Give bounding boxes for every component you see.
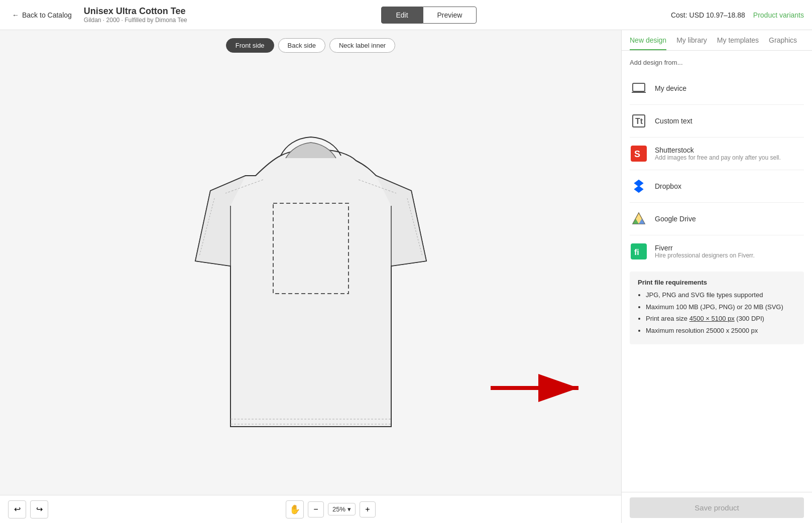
rp-tab-my-templates[interactable]: My templates bbox=[717, 36, 759, 50]
topbar-center: Edit Preview bbox=[187, 7, 671, 24]
back-label: Back to Catalog bbox=[22, 11, 72, 19]
svg-text:Tt: Tt bbox=[635, 117, 643, 125]
topbar-right: Cost: USD 10.97–18.88 Product variants bbox=[671, 11, 804, 19]
dropbox-icon bbox=[630, 177, 648, 195]
rp-tab-my-library[interactable]: My library bbox=[676, 36, 707, 50]
requirements-title: Print file requirements bbox=[638, 279, 796, 286]
google_drive-icon bbox=[630, 210, 648, 228]
edit-button[interactable]: Edit bbox=[381, 7, 422, 24]
product-subtitle: Gildan · 2000 · Fulfilled by Dimona Tee bbox=[84, 17, 187, 24]
design-option-my_device[interactable]: My device bbox=[630, 72, 804, 105]
design-option-custom_text[interactable]: TtCustom text bbox=[630, 105, 804, 138]
option-info-google_drive: Google Drive bbox=[655, 215, 696, 223]
main-content: Front side Back side Neck label inner bbox=[0, 30, 812, 523]
pan-button[interactable]: ✋ bbox=[286, 500, 304, 518]
undo-redo-controls: ↩ ↪ bbox=[8, 500, 48, 518]
tshirt-container bbox=[0, 57, 621, 495]
req-item-3: Maximum resolution 25000 x 25000 px bbox=[646, 326, 796, 336]
option-title-my_device: My device bbox=[655, 84, 686, 92]
design-option-fiverr[interactable]: fiFiverrHire professional designers on F… bbox=[630, 235, 804, 268]
svg-text:S: S bbox=[634, 149, 640, 159]
req-item-0: JPG, PNG and SVG file types supported bbox=[646, 290, 796, 300]
zoom-out-button[interactable]: − bbox=[308, 501, 324, 517]
option-info-fiverr: FiverrHire professional designers on Fiv… bbox=[655, 244, 755, 259]
design-option-google_drive[interactable]: Google Drive bbox=[630, 203, 804, 235]
arrow-left-icon: ← bbox=[12, 11, 19, 19]
add-design-label: Add design from... bbox=[630, 59, 804, 66]
zoom-level: 25% bbox=[332, 505, 345, 513]
zoom-controls: ✋ − 25% ▾ + bbox=[48, 500, 613, 518]
tab-front-side[interactable]: Front side bbox=[226, 38, 274, 53]
print-area-arrow bbox=[491, 373, 591, 405]
requirements-list: JPG, PNG and SVG file types supportedMax… bbox=[638, 290, 796, 335]
save-product-area: Save product bbox=[622, 492, 812, 523]
rp-tab-new-design[interactable]: New design bbox=[630, 36, 666, 50]
option-info-shutterstock: ShutterstockAdd images for free and pay … bbox=[655, 146, 781, 161]
option-title-fiverr: Fiverr bbox=[655, 244, 755, 252]
product-variants-link[interactable]: Product variants bbox=[753, 11, 804, 19]
svg-marker-17 bbox=[635, 186, 643, 192]
cost-text: Cost: USD 10.97–18.88 bbox=[671, 11, 745, 19]
svg-text:fi: fi bbox=[634, 248, 639, 256]
option-subtitle-shutterstock: Add images for free and pay only after y… bbox=[655, 154, 781, 161]
zoom-dropdown[interactable]: 25% ▾ bbox=[328, 503, 356, 515]
tab-back-side[interactable]: Back side bbox=[278, 38, 325, 53]
req-item-2: Print area size 4500 × 5100 px (300 DPI) bbox=[646, 314, 796, 324]
print-requirements: Print file requirements JPG, PNG and SVG… bbox=[630, 272, 804, 344]
bottom-toolbar: ↩ ↪ ✋ − 25% ▾ + bbox=[0, 495, 621, 523]
side-tabs: Front side Back side Neck label inner bbox=[0, 30, 621, 57]
zoom-in-button[interactable]: + bbox=[360, 501, 376, 517]
tab-neck-label[interactable]: Neck label inner bbox=[329, 38, 395, 53]
right-panel: New designMy libraryMy templatesGraphics… bbox=[621, 30, 812, 523]
option-title-custom_text: Custom text bbox=[655, 117, 692, 125]
option-info-dropbox: Dropbox bbox=[655, 182, 681, 190]
redo-button[interactable]: ↪ bbox=[30, 500, 48, 518]
right-panel-body: Add design from... My device TtCustom te… bbox=[622, 51, 812, 492]
option-subtitle-fiverr: Hire professional designers on Fiverr. bbox=[655, 252, 755, 259]
text-icon: Tt bbox=[630, 112, 648, 130]
option-title-google_drive: Google Drive bbox=[655, 215, 696, 223]
option-title-shutterstock: Shutterstock bbox=[655, 146, 781, 154]
zoom-chevron-icon: ▾ bbox=[347, 505, 351, 513]
undo-button[interactable]: ↩ bbox=[8, 500, 26, 518]
fiverr-icon: fi bbox=[630, 242, 648, 260]
product-info: Unisex Ultra Cotton Tee Gildan · 2000 · … bbox=[84, 6, 187, 24]
design-options-list: My device TtCustom text SShutterstockAdd… bbox=[630, 72, 804, 268]
canvas-area: Front side Back side Neck label inner bbox=[0, 30, 621, 523]
svg-marker-16 bbox=[635, 180, 643, 186]
svg-rect-9 bbox=[633, 83, 645, 91]
option-title-dropbox: Dropbox bbox=[655, 182, 681, 190]
rp-tab-graphics[interactable]: Graphics bbox=[769, 36, 797, 50]
tshirt-preview bbox=[180, 105, 441, 447]
option-info-my_device: My device bbox=[655, 84, 686, 92]
shutterstock-icon: S bbox=[630, 145, 648, 163]
right-panel-tabs: New designMy libraryMy templatesGraphics bbox=[622, 30, 812, 51]
design-option-dropbox[interactable]: Dropbox bbox=[630, 170, 804, 203]
laptop-icon bbox=[630, 79, 648, 97]
req-item-1: Maximum 100 MB (JPG, PNG) or 20 MB (SVG) bbox=[646, 302, 796, 312]
back-to-catalog-button[interactable]: ← Back to Catalog bbox=[8, 9, 76, 21]
preview-button[interactable]: Preview bbox=[423, 7, 477, 24]
design-option-shutterstock[interactable]: SShutterstockAdd images for free and pay… bbox=[630, 138, 804, 170]
product-name: Unisex Ultra Cotton Tee bbox=[84, 6, 187, 17]
option-info-custom_text: Custom text bbox=[655, 117, 692, 125]
save-product-button[interactable]: Save product bbox=[630, 497, 804, 518]
